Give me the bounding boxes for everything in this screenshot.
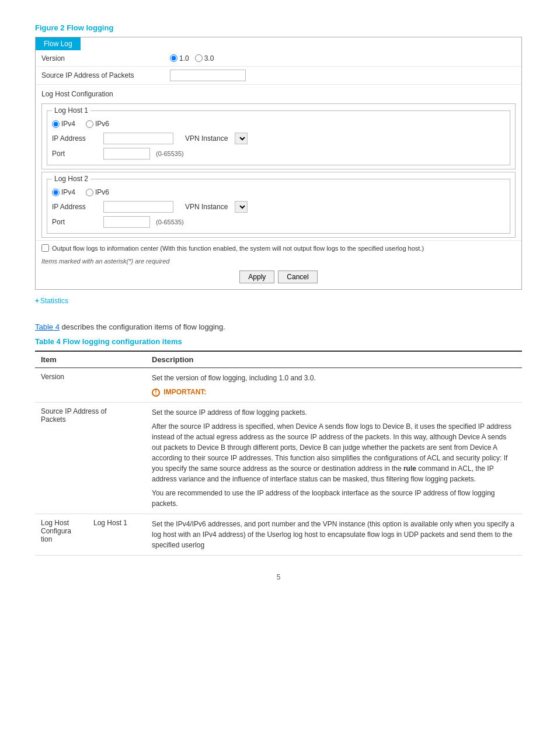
important-icon: ! bbox=[152, 389, 160, 397]
output-checkbox[interactable] bbox=[41, 244, 49, 252]
desc-paragraph: Table 4 describes the configuration item… bbox=[35, 322, 522, 331]
log-host-2-vpn-label: VPN Instance bbox=[185, 203, 228, 211]
table-row: Log HostConfiguration Log Host 1 Set the… bbox=[35, 514, 522, 556]
table-header-row: Item Description bbox=[35, 351, 522, 368]
version-1-0-label[interactable]: 1.0 bbox=[170, 54, 189, 63]
important-label: IMPORTANT: bbox=[163, 388, 206, 396]
log-host-2-ipv6-radio[interactable] bbox=[86, 189, 93, 196]
log-host-2-port-label: Port bbox=[52, 218, 99, 226]
log-host-1-legend: Log Host 1 bbox=[52, 106, 90, 115]
log-host-1-ipv6-radio[interactable] bbox=[86, 120, 93, 128]
log-host-1-vpn-select[interactable] bbox=[235, 133, 248, 144]
log-host-1-vpn-label: VPN Instance bbox=[185, 134, 228, 143]
page-number: 5 bbox=[35, 573, 522, 581]
log-host-1-fieldset: Log Host 1 IPv4 IPv6 IP Address bbox=[41, 103, 516, 169]
log-host-1-port-input[interactable] bbox=[103, 148, 150, 159]
tab-bar: Flow Log bbox=[36, 37, 521, 50]
form-panel: Version 1.0 3.0 Source IP Address of Pac… bbox=[36, 50, 521, 289]
version-desc-cell: Set the version of flow logging, includi… bbox=[146, 368, 522, 403]
tab-container: Flow Log Version 1.0 3.0 Source IP Addre… bbox=[35, 37, 522, 290]
log-host-1-port-row: Port (0-65535) bbox=[52, 146, 505, 161]
log-host-2-port-hint: (0-65535) bbox=[156, 219, 184, 226]
log-host-2-ipv4-label[interactable]: IPv4 bbox=[52, 188, 75, 196]
log-host-1-ip-row: IP Address VPN Instance bbox=[52, 131, 505, 146]
log-host-2-ipv4-text: IPv4 bbox=[61, 188, 75, 196]
cancel-button[interactable]: Cancel bbox=[278, 271, 317, 283]
log-host-config-row: Log Host Configuration bbox=[36, 85, 521, 101]
version-label: Version bbox=[41, 54, 170, 63]
log-host-2-fieldset: Log Host 2 IPv4 IPv6 IP Address bbox=[41, 172, 516, 238]
log-host-desc-line1: Set the IPv4/IPv6 addresses, and port nu… bbox=[152, 519, 516, 550]
source-ip-row: Source IP Address of Packets bbox=[36, 67, 521, 85]
log-host-2-ip-input[interactable] bbox=[103, 201, 173, 213]
log-host-2-port-input[interactable] bbox=[103, 216, 150, 228]
log-host-2-ipv4-radio[interactable] bbox=[52, 189, 60, 196]
log-host-1-ipv4-text: IPv4 bbox=[61, 120, 75, 128]
version-item-text: Version bbox=[41, 373, 64, 381]
version-3-0-label[interactable]: 3.0 bbox=[195, 54, 214, 63]
version-radio-group: 1.0 3.0 bbox=[170, 54, 516, 63]
log-host-1-ip-input[interactable] bbox=[103, 133, 173, 144]
version-desc-important: ! IMPORTANT: bbox=[152, 387, 516, 397]
apply-button[interactable]: Apply bbox=[239, 271, 274, 283]
log-host-1-port-hint: (0-65535) bbox=[156, 150, 184, 157]
log-host-1-ipv6-label[interactable]: IPv6 bbox=[86, 120, 109, 128]
log-host-sub-group: Log HostConfiguration Log Host 1 bbox=[41, 519, 140, 543]
log-host-2-ip-type-row: IPv4 IPv6 bbox=[52, 185, 505, 199]
col-item-header: Item bbox=[35, 351, 146, 368]
log-host-1-ipv4-radio[interactable] bbox=[52, 120, 60, 128]
log-host-1-ipv6-text: IPv6 bbox=[95, 120, 109, 128]
log-host-config-label: Log Host Configuration bbox=[41, 90, 170, 98]
source-ip-desc-line2: After the source IP address is specified… bbox=[152, 421, 516, 484]
version-1-0-radio[interactable] bbox=[170, 54, 177, 62]
version-item-cell: Version bbox=[35, 368, 146, 403]
statistics-link[interactable]: Statistics bbox=[40, 297, 68, 305]
source-ip-label: Source IP Address of Packets bbox=[41, 71, 170, 79]
config-table: Item Description Version Set the version… bbox=[35, 351, 522, 556]
source-ip-item-cell: Source IP Address ofPackets bbox=[35, 403, 146, 514]
log-host-1-port-label: Port bbox=[52, 150, 99, 158]
version-row: Version 1.0 3.0 bbox=[36, 50, 521, 67]
source-ip-desc-line1: Set the source IP address of flow loggin… bbox=[152, 407, 516, 418]
statistics-row: +Statistics bbox=[35, 297, 522, 305]
button-row: Apply Cancel bbox=[36, 267, 521, 289]
log-host-2-ipv6-text: IPv6 bbox=[95, 188, 109, 196]
log-host-2-port-row: Port (0-65535) bbox=[52, 214, 505, 230]
version-desc-line1: Set the version of flow logging, includi… bbox=[152, 373, 516, 383]
log-host-2-ip-label: IP Address bbox=[52, 203, 99, 211]
plus-icon: + bbox=[35, 297, 39, 305]
source-ip-input[interactable] bbox=[170, 70, 246, 81]
version-1-0-text: 1.0 bbox=[179, 54, 189, 63]
log-host-1-ip-label: IP Address bbox=[52, 134, 99, 143]
source-ip-desc-cell: Set the source IP address of flow loggin… bbox=[146, 403, 522, 514]
log-host-2-legend: Log Host 2 bbox=[52, 175, 90, 183]
log-host-item-cell: Log HostConfiguration Log Host 1 bbox=[35, 514, 146, 556]
output-checkbox-label: Output flow logs to information center (… bbox=[52, 245, 424, 252]
log-host-2-vpn-select[interactable] bbox=[235, 201, 248, 213]
log-host-2-ipv6-label[interactable]: IPv6 bbox=[86, 188, 109, 196]
required-note: Items marked with an asterisk(*) are req… bbox=[36, 255, 521, 267]
rule-bold: rule bbox=[403, 464, 416, 473]
source-ip-item-text: Source IP Address ofPackets bbox=[41, 407, 107, 424]
sub-col1: Log HostConfiguration bbox=[41, 519, 93, 543]
sub-col2: Log Host 1 bbox=[93, 519, 140, 543]
log-host-desc-cell: Set the IPv4/IPv6 addresses, and port nu… bbox=[146, 514, 522, 556]
desc-text-rest: describes the configuration items of flo… bbox=[62, 322, 225, 331]
col-desc-header: Description bbox=[146, 351, 522, 368]
output-checkbox-row: Output flow logs to information center (… bbox=[36, 240, 521, 255]
figure-heading: Figure 2 Flow logging bbox=[35, 23, 522, 32]
table-row: Version Set the version of flow logging,… bbox=[35, 368, 522, 403]
table-row: Source IP Address ofPackets Set the sour… bbox=[35, 403, 522, 514]
log-host-1-ip-type-row: IPv4 IPv6 bbox=[52, 117, 505, 131]
log-host-1-ipv4-label[interactable]: IPv4 bbox=[52, 120, 75, 128]
source-ip-value bbox=[170, 70, 516, 81]
table4-link[interactable]: Table 4 bbox=[35, 322, 60, 331]
log-host-2-ip-row: IP Address VPN Instance bbox=[52, 199, 505, 214]
version-3-0-text: 3.0 bbox=[204, 54, 214, 63]
source-ip-desc-line3: You are recommended to use the IP addres… bbox=[152, 488, 516, 509]
table-heading: Table 4 Flow logging configuration items bbox=[35, 337, 522, 346]
flow-log-tab[interactable]: Flow Log bbox=[36, 37, 81, 50]
version-3-0-radio[interactable] bbox=[195, 54, 203, 62]
